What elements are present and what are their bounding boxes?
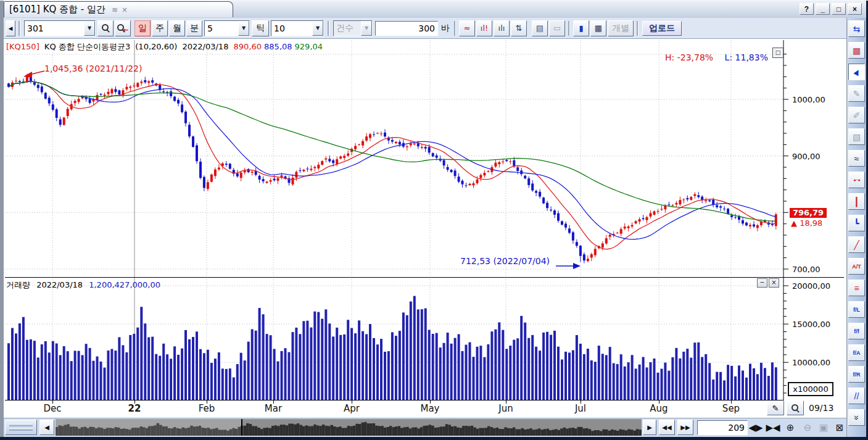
- fib-fan-icon[interactable]: f/f: [848, 323, 865, 339]
- table-icon: ▦: [595, 24, 602, 32]
- step-line-icon: ┗: [854, 218, 859, 228]
- toolbar-separator: [568, 21, 570, 36]
- window-edge-left: [0, 1, 4, 440]
- close-button[interactable]: ×: [848, 3, 862, 15]
- low-percent-label: L: 11,83%: [725, 52, 768, 62]
- fib-range-icon[interactable]: f/R: [848, 366, 865, 383]
- fib-level-icon[interactable]: f/L: [848, 301, 865, 318]
- bar-chart-icon-button[interactable]: ılı: [494, 20, 510, 36]
- chart-date: 2022/03/18: [182, 42, 228, 51]
- window-controls: ?_□×: [800, 3, 862, 15]
- toolbar-separator: [637, 21, 639, 36]
- candle-doc-icon-button[interactable]: ▮: [573, 20, 589, 36]
- zigzag-line-icon: ≈: [854, 154, 859, 164]
- tick-button[interactable]: 틱: [252, 20, 269, 36]
- expand-bars-icon[interactable]: ◀▶: [748, 420, 764, 435]
- bar-count-input[interactable]: [375, 21, 438, 36]
- price-chart-svg[interactable]: 1000,00900,00700,00: [5, 40, 844, 277]
- ma-value: 929,04: [295, 42, 323, 51]
- step-line-icon[interactable]: ┗: [848, 215, 865, 231]
- window-tab[interactable]: [6101] KQ 종합 - 일간 ≋×: [4, 1, 233, 17]
- panel-maximize-button[interactable]: □: [772, 48, 783, 58]
- maximize-button[interactable]: □: [832, 3, 846, 15]
- ma-values: 890,60885,08929,04: [234, 42, 326, 51]
- count-label: 건수: [334, 23, 361, 34]
- volume-panel-controls: − ×: [757, 278, 779, 288]
- period-button-group: 일주월분: [134, 20, 203, 36]
- sort-updown-icon-button[interactable]: ⇅: [511, 20, 527, 36]
- bar-position-input[interactable]: [697, 420, 748, 435]
- fib-retracement-icon[interactable]: ≡: [848, 280, 865, 296]
- volume-signal-icon: ıl!: [481, 24, 488, 32]
- volume-chart-svg[interactable]: 20000,0015000,0010000,00: [5, 277, 844, 401]
- period-button-일[interactable]: 일: [134, 20, 151, 36]
- axis-tools: ✎ 09/13: [767, 401, 833, 415]
- candle-doc-icon: ▮: [579, 24, 583, 32]
- x-axis-label: Apr: [338, 403, 365, 414]
- zoom-tool-button[interactable]: [787, 401, 804, 415]
- scroll-left-button[interactable]: ◀: [39, 420, 54, 435]
- price-line-icon-button[interactable]: ≈: [459, 20, 475, 36]
- minute-value: 5: [205, 23, 238, 33]
- panel-minimize-button[interactable]: −: [757, 278, 767, 288]
- chart-code-combo[interactable]: 301 ▼: [24, 20, 96, 36]
- high-annotation: 1,045,36 (2021/11/22): [44, 64, 142, 73]
- volume-signal-icon-button[interactable]: ıl!: [476, 20, 492, 36]
- page-left-icon[interactable]: ◀◀: [659, 420, 675, 435]
- auto-trend-icon[interactable]: A/T: [848, 258, 865, 275]
- tab-icon-group: ≋×: [112, 6, 128, 14]
- volume-value: 1,200,427,000,00: [89, 280, 160, 289]
- toolbar-separator: [454, 21, 456, 36]
- minimize-button[interactable]: _: [816, 3, 830, 15]
- fib-arc-icon[interactable]: f/A: [848, 344, 865, 361]
- chevron-down-icon[interactable]: ▼: [84, 21, 95, 36]
- trend-line-icon[interactable]: ╱: [848, 236, 865, 253]
- zoom-button[interactable]: [97, 20, 114, 36]
- horizontal-line-icon[interactable]: ●─●: [848, 172, 865, 188]
- fib-retracement-icon: ≡: [854, 283, 859, 293]
- x-axis-label: Sep: [717, 403, 745, 414]
- tab-close-icon[interactable]: ×: [122, 6, 128, 14]
- scroll-row: ◀ ▶◀◀▶▶◀▶▶◀⊕⊖▣⊠: [4, 418, 846, 437]
- window-edge-bottom: [0, 437, 868, 440]
- trend-line-icon: ╱: [854, 240, 859, 250]
- parallel-line-icon[interactable]: //: [848, 388, 865, 404]
- report-icon-button[interactable]: ▤: [532, 20, 548, 36]
- refresh-icon[interactable]: ⇆: [848, 20, 865, 37]
- vertical-line-icon[interactable]: ┃: [848, 193, 865, 210]
- tick-combo[interactable]: 10 ▼: [271, 20, 324, 36]
- upload-button[interactable]: 업로드: [642, 21, 682, 36]
- zigzag-line-icon[interactable]: ≈: [848, 150, 865, 167]
- table-icon-button[interactable]: ▦: [590, 20, 606, 36]
- tick-value: 10: [271, 23, 312, 33]
- period-button-주[interactable]: 주: [152, 20, 168, 36]
- zoom-in-icon[interactable]: ⊕: [782, 420, 798, 435]
- scroll-grip-handle[interactable]: [5, 420, 37, 435]
- candle-pattern-icon[interactable]: ▦: [848, 42, 865, 59]
- minute-combo[interactable]: 5 ▼: [204, 20, 250, 36]
- close-panel-icon[interactable]: ⊠: [832, 420, 848, 435]
- period-button-분[interactable]: 분: [186, 20, 202, 36]
- period-button-월[interactable]: 월: [169, 20, 185, 36]
- toolbar-separator: [328, 21, 329, 36]
- chevron-down-icon[interactable]: ▼: [312, 21, 323, 36]
- chart-code-value: 301: [25, 23, 84, 33]
- chevron-left-icon: ◀: [9, 25, 13, 31]
- pencil-tool-button[interactable]: ✎: [767, 401, 784, 415]
- help-button[interactable]: ?: [800, 3, 814, 15]
- chart-minimap[interactable]: [56, 419, 642, 436]
- panel-close-button[interactable]: ×: [769, 278, 779, 288]
- scroll-back-button[interactable]: ◀: [6, 20, 15, 36]
- collapse-bars-icon[interactable]: ▶◀: [765, 420, 781, 435]
- scroll-right-icon[interactable]: ▶: [643, 420, 656, 435]
- chevron-down-icon[interactable]: ▼: [238, 21, 249, 36]
- zoom-reset-button[interactable]: ←: [115, 20, 131, 36]
- page-right-icon[interactable]: ▶▶: [677, 420, 693, 435]
- pointer-icon[interactable]: ►: [848, 64, 865, 80]
- search-icon: [792, 404, 800, 412]
- sort-updown-icon: ⇅: [516, 24, 523, 32]
- horizontal-line-icon: ●─●: [853, 178, 859, 182]
- more-tools-icon[interactable]: »: [848, 409, 865, 426]
- bar-chart-icon: ılı: [498, 24, 505, 32]
- tv-icon: ▭: [553, 24, 561, 32]
